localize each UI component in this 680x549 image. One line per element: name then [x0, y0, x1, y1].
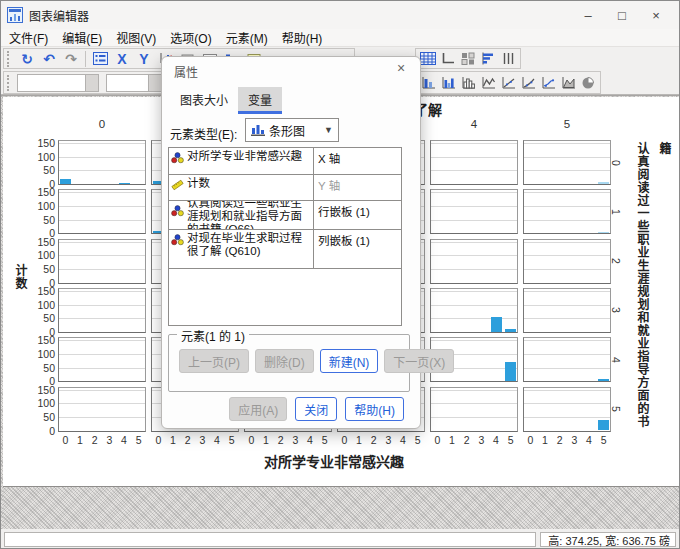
panel[interactable] — [523, 239, 611, 284]
column-panel-header[interactable]: 5 — [523, 118, 611, 130]
tab-chart-size[interactable]: 图表大小 — [170, 87, 238, 114]
bar[interactable] — [598, 420, 609, 431]
variable-role-cell[interactable]: 列嵌板 (1) — [314, 230, 401, 268]
data-grid-icon[interactable] — [419, 50, 437, 68]
style-combo-2[interactable] — [106, 74, 162, 92]
column-panel-header[interactable]: 0 — [58, 118, 146, 130]
menu-help[interactable]: 帮助(H) — [282, 29, 323, 46]
bar[interactable] — [60, 179, 71, 184]
scatter-line2-icon[interactable] — [519, 74, 537, 92]
row-panel-axis-title[interactable]: 认真阅读过一些职业生涯规划和就业指导方面的书籍 — [631, 142, 675, 434]
panel[interactable] — [430, 239, 518, 284]
hbar-chart-icon[interactable] — [479, 50, 497, 68]
panel[interactable] — [523, 189, 611, 234]
row-panel-header[interactable]: 2 — [610, 258, 622, 264]
scatter-line3-icon[interactable] — [539, 74, 557, 92]
panel[interactable] — [58, 337, 146, 382]
panel[interactable] — [58, 189, 146, 234]
bar[interactable] — [598, 232, 609, 234]
variable-name-cell[interactable]: 计数 — [169, 175, 314, 200]
histogram-icon[interactable] — [459, 74, 477, 92]
gridline — [431, 255, 517, 256]
gridline — [431, 157, 517, 158]
style-combo-1[interactable] — [17, 74, 99, 92]
panel[interactable] — [523, 288, 611, 333]
minimize-button[interactable]: – — [571, 3, 605, 27]
variable-name-cell[interactable]: 对所学专业非常感兴趣 — [169, 148, 314, 174]
maximize-button[interactable]: □ — [605, 3, 639, 27]
bar[interactable] — [491, 317, 502, 332]
panel-ab-icon[interactable] — [459, 50, 477, 68]
panel[interactable] — [58, 288, 146, 333]
help-button[interactable]: 帮助(H) — [345, 397, 404, 421]
row-panel-header[interactable]: 1 — [610, 209, 622, 215]
refresh-icon[interactable]: ↻ — [17, 50, 37, 68]
variable-row[interactable]: 对所学专业非常感兴趣X 轴 — [169, 148, 401, 175]
x-axis-title[interactable]: 对所学专业非常感兴趣 — [264, 451, 404, 471]
variable-label: 计数 — [187, 177, 210, 190]
bar[interactable] — [505, 362, 516, 381]
row-panel-header[interactable]: 4 — [610, 357, 622, 363]
bar[interactable] — [119, 183, 130, 185]
chevron-down-icon[interactable] — [85, 75, 98, 91]
new-button[interactable]: 新建(N) — [320, 349, 379, 373]
menu-elements[interactable]: 元素(M) — [226, 29, 268, 46]
panel[interactable] — [58, 239, 146, 284]
variable-name-cell[interactable]: 认真阅读过一些职业生涯规划和就业指导方面的书籍 (Q66) — [169, 201, 314, 229]
variable-role-cell[interactable]: Y 轴 — [314, 175, 401, 200]
variable-row[interactable]: 对现在毕业生求职过程很了解 (Q610)列嵌板 (1) — [169, 230, 401, 269]
menu-file[interactable]: 文件(F) — [9, 29, 48, 46]
variable-name-cell[interactable]: 对现在毕业生求职过程很了解 (Q610) — [169, 230, 314, 268]
gridline — [59, 206, 145, 207]
properties-icon[interactable] — [90, 50, 110, 68]
row-panel-header[interactable]: 5 — [610, 406, 622, 412]
menu-edit[interactable]: 编辑(E) — [62, 29, 102, 46]
bar[interactable] — [598, 182, 609, 184]
menu-options[interactable]: 选项(O) — [170, 29, 211, 46]
variable-label: 认真阅读过一些职业生涯规划和就业指导方面的书籍 (Q66) — [187, 201, 310, 229]
close-button[interactable]: 关闭 — [295, 397, 337, 421]
vlines-icon[interactable] — [499, 50, 517, 68]
panel[interactable] — [58, 387, 146, 432]
element-type-dropdown[interactable]: 条形图 ▼ — [245, 118, 339, 142]
panel[interactable] — [523, 140, 611, 185]
undo-icon[interactable]: ↶ — [39, 50, 59, 68]
column-panel-header[interactable]: 4 — [430, 118, 518, 130]
variable-role-cell[interactable]: 行嵌板 (1) — [314, 201, 401, 229]
toolbar-grip[interactable] — [7, 75, 12, 91]
menu-view[interactable]: 视图(V) — [116, 29, 156, 46]
status-message-field — [4, 532, 536, 547]
panel[interactable] — [430, 288, 518, 333]
close-button-window[interactable]: × — [639, 3, 673, 27]
prev-page-button: 上一页(P) — [179, 349, 249, 373]
variable-row[interactable]: 认真阅读过一些职业生涯规划和就业指导方面的书籍 (Q66)行嵌板 (1) — [169, 201, 401, 230]
panel[interactable] — [430, 140, 518, 185]
grouped-bar-icon[interactable] — [439, 74, 457, 92]
pie-chart-icon[interactable] — [579, 74, 597, 92]
panel[interactable] — [58, 140, 146, 185]
tab-variables[interactable]: 变量 — [238, 87, 282, 114]
variable-row[interactable]: 计数Y 轴 — [169, 175, 401, 201]
bar[interactable] — [505, 329, 516, 332]
panel[interactable] — [430, 189, 518, 234]
menu-bar: 文件(F)编辑(E)视图(V)选项(O)元素(M)帮助(H) — [1, 29, 679, 47]
axis-frame-icon[interactable] — [439, 50, 457, 68]
row-panel-header[interactable]: 0 — [610, 160, 622, 166]
redo-icon[interactable]: ↷ — [61, 50, 81, 68]
panel[interactable] — [523, 337, 611, 382]
bar[interactable] — [598, 379, 609, 381]
scatter-line1-icon[interactable] — [499, 74, 517, 92]
y-axis-icon[interactable]: Y — [134, 50, 154, 68]
nominal-measure-icon — [171, 203, 184, 221]
chevron-down-icon[interactable] — [148, 75, 161, 91]
x-axis-icon[interactable]: X — [112, 50, 132, 68]
stacked-bar-icon[interactable] — [419, 74, 437, 92]
dialog-close-icon[interactable]: × — [392, 60, 410, 78]
toolbar-grip[interactable] — [7, 51, 12, 67]
panel[interactable] — [430, 387, 518, 432]
row-panel-header[interactable]: 3 — [610, 307, 622, 313]
variable-role-cell[interactable]: X 轴 — [314, 148, 401, 174]
area-chart-icon[interactable] — [559, 74, 577, 92]
y-axis-title[interactable]: 计数 — [9, 264, 31, 290]
line-chart-icon[interactable] — [479, 74, 497, 92]
